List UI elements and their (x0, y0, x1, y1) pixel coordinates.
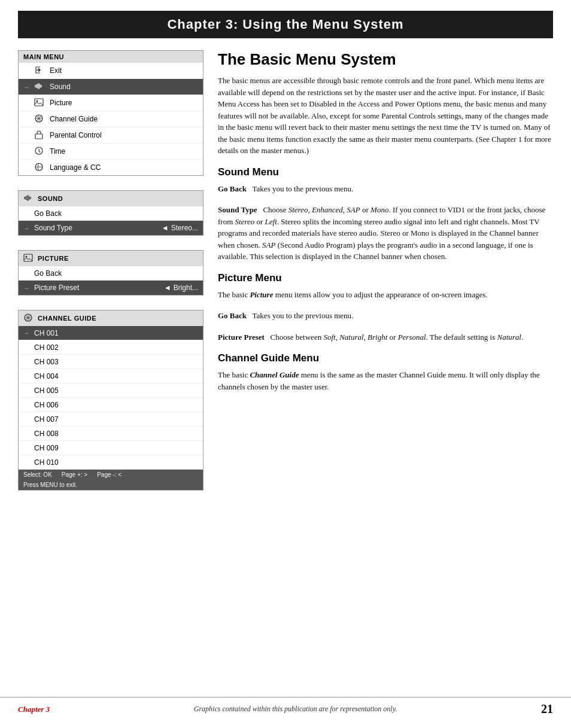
channel-item-009[interactable]: CH 009 (19, 441, 203, 455)
picture-label: Picture (50, 99, 198, 107)
sound-menu-heading: Sound Menu (218, 166, 553, 178)
sound-type-text: Sound Type Choose Stereo, Enhanced, SAP … (218, 204, 553, 263)
left-arrow-icon: ◄ (162, 224, 169, 232)
picture-menu-label: PICTURE (38, 255, 69, 262)
main-section-title: The Basic Menu System (218, 50, 553, 69)
picture-preset-value: Bright... (174, 284, 198, 292)
channel-guide-menu-icon (23, 313, 34, 324)
channel-guide-menu-box: CHANNEL GUIDE → CH 001 CH 002 CH 003 CH … (18, 310, 204, 491)
exit-label: Exit (50, 66, 198, 75)
chapter-header: Chapter 3: Using the Menu System (18, 11, 553, 38)
svg-rect-6 (24, 254, 32, 261)
channel-guide-icon (34, 114, 45, 124)
menu-item-sound[interactable]: → Sound (19, 79, 203, 95)
sound-arrow: → (23, 84, 29, 90)
main-menu-box: MAIN MENU Exit → Sound (18, 50, 204, 176)
picture-go-back-description: Takes you to the previous menu. (253, 311, 354, 320)
footer-chapter: Chapter 3 (18, 705, 50, 714)
picture-preset-item[interactable]: → Picture Preset ◄ Bright... (19, 281, 203, 295)
chapter-title: Chapter 3: Using the Menu System (30, 17, 541, 32)
sound-go-back-term: Go Back (218, 184, 247, 193)
time-label: Time (50, 147, 198, 156)
picture-icon (34, 98, 45, 108)
picture-menu-box: PICTURE Go Back → Picture Preset ◄ Brigh… (18, 250, 204, 296)
sound-menu-label: SOUND (38, 195, 63, 202)
picture-menu-heading: Picture Menu (218, 272, 553, 284)
language-label: Language & CC (50, 163, 198, 172)
channel-item-001[interactable]: → CH 001 (19, 326, 203, 340)
sound-go-back-text: Go Back Takes you to the previous menu. (218, 183, 553, 195)
left-column: MAIN MENU Exit → Sound (18, 50, 204, 505)
channel-guide-heading: Channel Guide Menu (218, 352, 553, 364)
page-minus-label: Page -: < (97, 471, 122, 478)
channel-item-010[interactable]: CH 010 (19, 455, 203, 470)
sound-type-description: Choose Stereo, Enhanced, SAP or Mono. If… (218, 205, 545, 261)
press-menu-label: Press MENU to exit. (23, 482, 77, 488)
channel-guide-status-bar: Select: OK Page +: > Page -: < (19, 470, 203, 480)
svg-point-1 (37, 100, 38, 102)
menu-item-exit[interactable]: Exit (19, 63, 203, 79)
parental-label: Parental Control (50, 131, 198, 139)
picture-intro-text: The basic Picture menu items allow you t… (218, 289, 553, 301)
channel-item-005[interactable]: CH 005 (19, 383, 203, 398)
picture-left-arrow-icon: ◄ (164, 284, 171, 292)
menu-item-parental[interactable]: Parental Control (19, 127, 203, 144)
svg-rect-0 (35, 99, 43, 106)
menu-item-language[interactable]: Language & CC (19, 160, 203, 175)
picture-preset-description: Choose between Soft, Natural, Bright or … (271, 333, 524, 342)
channel-guide-menu-label: CHANNEL GUIDE (38, 315, 96, 322)
main-menu-label: MAIN MENU (23, 53, 64, 60)
picture-go-back[interactable]: Go Back (19, 266, 203, 281)
sound-menu-icon (23, 193, 34, 204)
picture-menu-icon (23, 253, 34, 264)
menu-item-channel-guide[interactable]: Channel Guide (19, 111, 203, 127)
intro-paragraph: The basic menus are accessible through b… (218, 75, 553, 157)
channel-item-004[interactable]: CH 004 (19, 369, 203, 383)
footer-disclaimer: Graphics contained within this publicati… (194, 705, 397, 714)
channel-item-008[interactable]: CH 008 (19, 427, 203, 441)
right-column: The Basic Menu System The basic menus ar… (218, 50, 553, 505)
sound-go-back[interactable]: Go Back (19, 206, 203, 221)
channel-item-007[interactable]: CH 007 (19, 412, 203, 427)
parental-icon (34, 130, 45, 141)
menu-item-picture[interactable]: Picture (19, 95, 203, 111)
channel-guide-label: Channel Guide (50, 115, 198, 123)
picture-preset-term: Picture Preset (218, 333, 265, 342)
sound-icon (34, 81, 45, 92)
sound-type-term: Sound Type (218, 205, 257, 214)
sound-type-item[interactable]: → Sound Type ◄ Stereo... (19, 221, 203, 235)
svg-rect-3 (35, 134, 42, 139)
channel-guide-menu-title: CHANNEL GUIDE (19, 310, 203, 326)
channel-item-006[interactable]: CH 006 (19, 398, 203, 412)
footer-page-number: 21 (541, 702, 553, 716)
language-icon (34, 162, 45, 173)
page-plus-label: Page +: > (62, 471, 87, 478)
channel-item-003[interactable]: CH 003 (19, 355, 203, 369)
page-footer: Chapter 3 Graphics contained within this… (0, 697, 571, 721)
menu-item-time[interactable]: Time (19, 144, 203, 160)
channel-guide-text: The basic Channel Guide menu is the same… (218, 369, 553, 392)
picture-go-back-term: Go Back (218, 311, 247, 320)
exit-icon (34, 65, 45, 76)
sound-go-back-description: Takes you to the previous menu. (253, 184, 354, 193)
select-ok-label: Select: OK (23, 471, 52, 478)
picture-go-back-text: Go Back Takes you to the previous menu. (218, 310, 553, 322)
sound-menu-box: SOUND Go Back → Sound Type ◄ Stereo... (18, 190, 204, 236)
time-icon (34, 146, 45, 157)
svg-point-7 (26, 256, 28, 258)
channel-guide-press-menu: Press MENU to exit. (19, 480, 203, 490)
picture-preset-text: Picture Preset Choose between Soft, Natu… (218, 331, 553, 343)
channel-item-002[interactable]: CH 002 (19, 340, 203, 355)
sound-menu-title: SOUND (19, 191, 203, 206)
main-menu-title: MAIN MENU (19, 51, 203, 63)
sound-type-value: Stereo... (171, 224, 198, 232)
picture-menu-title: PICTURE (19, 251, 203, 266)
sound-label: Sound (50, 83, 198, 91)
